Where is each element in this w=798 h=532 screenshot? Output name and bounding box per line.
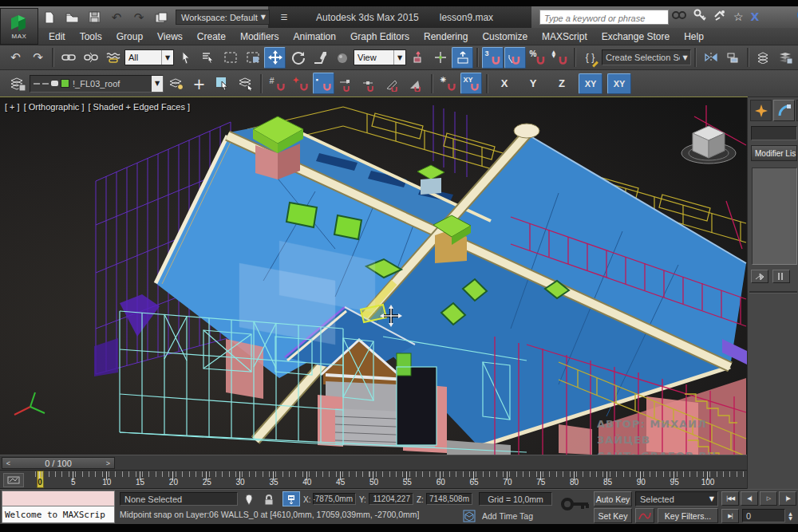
- communication-center-icon[interactable]: [713, 9, 726, 25]
- angle-snap-toggle-icon[interactable]: [504, 47, 526, 69]
- viewport-label[interactable]: [ + ] [ Orthographic ] [ Shaded + Edged …: [5, 102, 190, 112]
- tab-modify[interactable]: [773, 100, 795, 121]
- viewport-menu-general[interactable]: [ + ]: [5, 102, 20, 112]
- current-frame-field[interactable]: 0: [742, 509, 785, 522]
- x-coordinate-field[interactable]: -7875,0mm: [313, 493, 356, 505]
- goto-end-button[interactable]: ▶|: [721, 509, 739, 523]
- selection-filter-dropdown[interactable]: All ▼: [124, 49, 174, 65]
- save-icon[interactable]: [86, 10, 102, 25]
- viewport-menu-pov[interactable]: [ Orthographic ]: [24, 102, 85, 112]
- select-and-move-icon[interactable]: [264, 47, 286, 69]
- search-input[interactable]: [540, 12, 668, 26]
- snap-endpoint-icon[interactable]: [336, 73, 358, 94]
- menu-maxscript[interactable]: MAXScript: [535, 30, 595, 44]
- set-keys-key-icon[interactable]: [560, 495, 591, 522]
- exchange-icon[interactable]: X: [751, 10, 760, 23]
- sign-in-key-icon[interactable]: [693, 9, 706, 25]
- select-by-name-icon[interactable]: [197, 47, 219, 69]
- object-name-field[interactable]: [751, 126, 797, 140]
- auto-key-button[interactable]: Auto Key: [594, 491, 632, 506]
- time-slider-prev-arrow[interactable]: <: [2, 458, 14, 468]
- mirror-icon[interactable]: [700, 47, 721, 69]
- new-file-icon[interactable]: [41, 10, 57, 25]
- select-objects-in-layer-icon[interactable]: [211, 73, 233, 94]
- viewport-menu-shading[interactable]: [ Shaded + Edged Faces ]: [88, 102, 190, 112]
- snap-edge-icon[interactable]: [382, 73, 404, 94]
- menu-group[interactable]: Group: [109, 30, 150, 44]
- selection-lock-pin-icon[interactable]: [244, 494, 254, 510]
- select-object-icon[interactable]: [175, 47, 196, 69]
- window-crossing-icon[interactable]: [242, 47, 263, 69]
- layer-explorer-icon[interactable]: [6, 73, 28, 94]
- menu-animation[interactable]: Animation: [286, 30, 343, 44]
- percent-snap-toggle-icon[interactable]: %: [527, 47, 548, 69]
- pin-stack-icon[interactable]: [751, 270, 768, 283]
- menu-graph-editors[interactable]: Graph Editors: [343, 30, 417, 44]
- menu-rendering[interactable]: Rendering: [417, 30, 475, 44]
- key-filters-curve-icon[interactable]: [635, 508, 654, 523]
- current-layer-dropdown[interactable]: !_FL03_roof ▼: [30, 75, 164, 93]
- set-key-button[interactable]: Set Key: [594, 508, 632, 523]
- add-selection-to-layer-icon[interactable]: +: [188, 73, 210, 94]
- y-coordinate-field[interactable]: 11204,227: [369, 493, 413, 505]
- select-and-rotate-icon[interactable]: [286, 47, 308, 69]
- rectangular-selection-region-icon[interactable]: [219, 47, 241, 69]
- add-time-tag[interactable]: Add Time Tag: [479, 509, 555, 522]
- snap-frozen-icon[interactable]: ✳: [437, 73, 459, 94]
- axis-constraint-xy-4[interactable]: XY: [607, 73, 631, 94]
- undo-scene-icon[interactable]: ↶: [5, 47, 26, 69]
- unlink-selection-icon[interactable]: [80, 47, 101, 69]
- time-slider-handle[interactable]: < 0 / 100 >: [2, 457, 115, 469]
- layer-manager-icon[interactable]: [753, 47, 774, 69]
- open-mini-curve-editor-icon[interactable]: [3, 473, 24, 487]
- reference-coordinate-dropdown[interactable]: View ▼: [354, 49, 406, 65]
- menu-edit[interactable]: Edit: [41, 30, 73, 44]
- maxscript-listener-pink[interactable]: [2, 491, 115, 506]
- play-button[interactable]: ▷: [760, 491, 777, 506]
- previous-frame-button[interactable]: ◀|: [741, 491, 758, 506]
- set-current-layer-icon[interactable]: [235, 73, 256, 94]
- open-file-icon[interactable]: [64, 10, 80, 25]
- named-selection-set-dropdown[interactable]: Create Selection Se ▼: [602, 49, 691, 65]
- axis-constraint-x-0[interactable]: X: [492, 73, 516, 94]
- select-and-manipulate-icon[interactable]: [429, 47, 451, 69]
- workspace-dropdown[interactable]: Workspace: Default ▼: [176, 10, 270, 25]
- snap-midpoint-icon[interactable]: [359, 73, 381, 94]
- favorites-star-icon[interactable]: ☆: [733, 10, 744, 23]
- snap-grid-points-icon[interactable]: #: [267, 73, 288, 94]
- axis-constraint-z-2[interactable]: Z: [550, 73, 574, 94]
- key-filters-button[interactable]: Key Filters...: [658, 508, 718, 523]
- next-frame-button[interactable]: |▶: [779, 491, 796, 506]
- max-application-button[interactable]: MAX: [0, 8, 38, 45]
- menu-views[interactable]: Views: [150, 30, 190, 44]
- snap-pivot-icon[interactable]: ✦: [290, 73, 311, 94]
- axis-constraint-y-1[interactable]: Y: [521, 73, 545, 94]
- select-and-scale-icon[interactable]: [309, 47, 330, 69]
- use-pivot-point-icon[interactable]: [407, 47, 429, 69]
- time-slider-track[interactable]: < 0 / 100 >: [0, 455, 747, 471]
- axis-constraint-xy-3[interactable]: XY: [579, 73, 602, 94]
- tab-create[interactable]: [750, 100, 772, 121]
- time-slider-next-arrow[interactable]: >: [102, 458, 114, 468]
- keyboard-shortcut-override-icon[interactable]: [452, 47, 473, 69]
- key-mode-dropdown[interactable]: Selected ▼: [635, 491, 718, 506]
- z-coordinate-field[interactable]: 7148,508m: [426, 493, 472, 505]
- align-icon[interactable]: [722, 47, 744, 69]
- show-end-result-icon[interactable]: [772, 270, 790, 283]
- snaps-toggle-3d-icon[interactable]: 3: [482, 47, 504, 69]
- menu-help[interactable]: Help: [677, 30, 711, 44]
- edit-named-selection-sets-icon[interactable]: { }: [579, 47, 601, 69]
- workspace-menu-icon[interactable]: ☰: [276, 10, 292, 25]
- snap-vertex-icon[interactable]: ▪: [313, 73, 334, 94]
- snap-xy-constraint-icon[interactable]: XY: [460, 73, 482, 94]
- menu-exchange-store[interactable]: Exchange Store: [595, 30, 677, 44]
- snap-face-icon[interactable]: [405, 73, 427, 94]
- search-icon[interactable]: [672, 10, 686, 24]
- menu-tools[interactable]: Tools: [73, 30, 109, 44]
- undo-icon[interactable]: ↶: [109, 10, 124, 25]
- redo-scene-icon[interactable]: ↷: [27, 47, 49, 69]
- redo-icon[interactable]: ↷: [131, 10, 147, 25]
- frame-spinner[interactable]: ▲▼: [786, 509, 795, 522]
- bind-to-space-warp-icon[interactable]: [102, 47, 124, 69]
- graphite-ribbon-icon[interactable]: [775, 47, 796, 69]
